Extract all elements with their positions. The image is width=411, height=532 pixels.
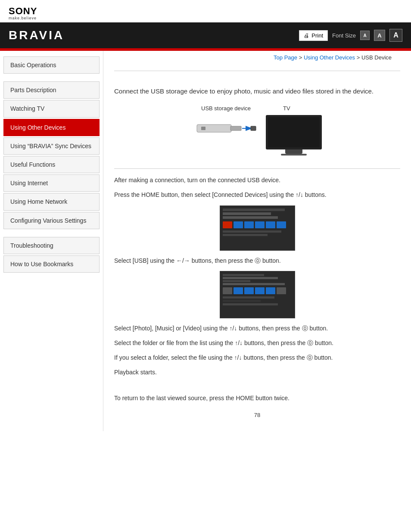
sidebar-item-useful-functions[interactable]: Useful Functions: [3, 156, 100, 173]
step5-text: Select the folder or file from the list …: [114, 338, 400, 348]
step4-text: Select [Photo], [Music] or [Video] using…: [114, 324, 400, 334]
usb-tv-diagram: USB storage device: [114, 105, 400, 156]
tv-section: TV: [266, 105, 322, 156]
breadcrumb-using-other-devices[interactable]: Using Other Devices: [304, 54, 355, 61]
svg-rect-1: [230, 126, 241, 131]
sidebar-item-parts-description[interactable]: Parts Description: [3, 81, 100, 99]
font-size-label: Font Size: [332, 32, 356, 39]
sidebar-item-using-internet[interactable]: Using Internet: [3, 174, 100, 192]
sidebar-item-watching-tv[interactable]: Watching TV: [3, 100, 100, 117]
print-icon: 🖨: [304, 32, 309, 39]
main-layout: Basic Operations Parts Description Watch…: [0, 51, 411, 431]
intro-text: Connect the USB storage device to enjoy …: [114, 86, 400, 96]
sidebar-item-troubleshooting[interactable]: Troubleshooting: [3, 237, 100, 254]
sony-tagline: make.believe: [9, 16, 402, 20]
breadcrumb-current: USB Device: [361, 54, 392, 61]
print-button[interactable]: 🖨 Print: [299, 30, 328, 41]
menu-screen-1: [220, 205, 295, 251]
menu-screenshot-1: [114, 205, 400, 251]
tv-stand: [285, 149, 302, 154]
breadcrumb-sep1: >: [297, 54, 304, 61]
tv-base: [281, 154, 307, 156]
usb-section: USB storage device: [193, 105, 262, 141]
font-medium-button[interactable]: A: [374, 30, 385, 41]
usb-label: USB storage device: [201, 105, 251, 112]
menu-screen-2: [220, 271, 295, 318]
logo-area: SONY make.believe: [0, 0, 411, 22]
top-divider: [114, 71, 400, 71]
font-small-button[interactable]: A: [360, 31, 370, 40]
breadcrumb: Top Page > Using Other Devices > USB Dev…: [114, 51, 400, 64]
sidebar-item-using-home-network[interactable]: Using Home Network: [3, 193, 100, 210]
breadcrumb-sep2: >: [355, 54, 361, 61]
step1-text: After making a connection, turn on the c…: [114, 175, 400, 186]
return-note: To return to the last viewed source, pre…: [114, 393, 400, 404]
top-bar-controls: 🖨 Print Font Size A A A: [299, 29, 402, 42]
sidebar: Basic Operations Parts Description Watch…: [0, 51, 103, 431]
sidebar-item-using-bravia[interactable]: Using “BRAVIA” Sync Devices: [3, 137, 100, 155]
mid-divider: [114, 168, 400, 169]
svg-rect-2: [201, 127, 206, 130]
tv-shape: [266, 115, 322, 149]
font-large-button[interactable]: A: [389, 29, 402, 42]
breadcrumb-top-page[interactable]: Top Page: [274, 54, 297, 61]
step6-text: If you select a folder, select the file …: [114, 353, 400, 363]
sidebar-item-bookmarks[interactable]: How to Use Bookmarks: [3, 255, 100, 273]
sony-logo: SONY: [9, 6, 402, 16]
sidebar-item-basic-operations[interactable]: Basic Operations: [3, 56, 100, 74]
top-bar: BRAVIA 🖨 Print Font Size A A A: [0, 22, 411, 48]
usb-stick-svg: [193, 115, 262, 141]
content-area: Top Page > Using Other Devices > USB Dev…: [103, 51, 411, 431]
menu-screenshot-2: [114, 271, 400, 318]
print-label: Print: [311, 32, 323, 39]
bravia-logo: BRAVIA: [9, 28, 64, 42]
sidebar-item-configuring[interactable]: Configuring Various Settings: [3, 212, 100, 229]
step2-text: Press the HOME button, then select [Conn…: [114, 190, 400, 200]
tv-label: TV: [283, 105, 322, 112]
step7-text: Playback starts.: [114, 367, 400, 378]
svg-rect-4: [251, 126, 256, 131]
sidebar-item-using-other-devices[interactable]: Using Other Devices: [3, 119, 100, 136]
page-number: 78: [114, 412, 400, 418]
step3-text: Select [USB] using the ←/→ buttons, then…: [114, 256, 400, 266]
tv-shape-wrapper: [266, 115, 322, 156]
